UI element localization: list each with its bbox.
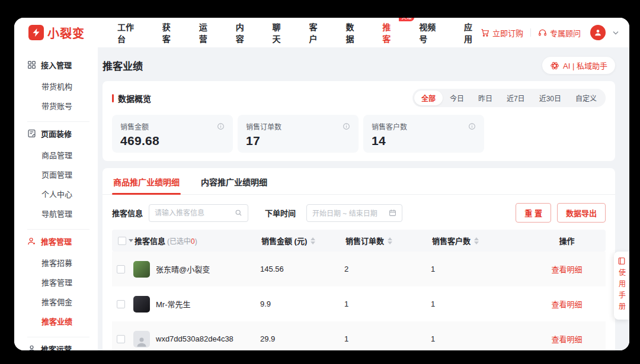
user-avatar[interactable]	[590, 25, 606, 40]
sidebar-group-decoration[interactable]: 页面装修	[27, 128, 98, 139]
col-customers[interactable]: 销售客户数	[432, 235, 529, 246]
date-tab-today[interactable]: 今日	[443, 91, 471, 105]
sidebar-group-label: 推客运营	[41, 343, 72, 350]
sort-customers-icon[interactable]	[474, 237, 479, 244]
sidebar-item-recruit[interactable]: 推客招募	[27, 253, 98, 272]
divider	[27, 337, 89, 337]
col-promoter: 推客信息	[135, 235, 165, 246]
sidebar-item-agency[interactable]: 带货机构	[27, 76, 98, 96]
date-range-placeholder: 开始日期 ~ 结束日期	[312, 208, 377, 218]
sidebar-group-promoter-ops[interactable]: 推客运营	[27, 343, 98, 350]
nav-promoter-label: 推客	[382, 22, 391, 44]
stat-sales-amount: 销售金额 469.68	[112, 115, 233, 153]
date-range-picker[interactable]: 开始日期 ~ 结束日期	[306, 204, 402, 222]
export-button[interactable]: 数据导出	[557, 203, 606, 223]
sidebar-group-label: 推客管理	[41, 236, 72, 247]
calendar-icon	[389, 209, 396, 217]
person-icon	[27, 344, 36, 350]
sidebar-item-pages[interactable]: 页面管理	[27, 165, 98, 184]
divider	[27, 121, 89, 122]
order-now-label: 立即订购	[492, 27, 523, 38]
stat-value: 469.68	[120, 134, 225, 148]
ai-assistant-button[interactable]: AI | 私域助手	[542, 57, 615, 74]
table-row: 张东晴@小裂变 145.56 2 1 查看明细	[112, 252, 606, 286]
promoter-search-field[interactable]	[155, 209, 226, 217]
col-amount[interactable]: 销售金额 (元)	[261, 235, 345, 246]
performance-detail-card: 商品推广业绩明细 内容推广业绩明细 推客信息 下单时间 开始日期 ~ 结束日期	[103, 168, 615, 350]
page-title: 推客业绩	[103, 58, 143, 73]
sidebar: 接入管理 带货机构 带货账号 页面装修 商品管理 页面管理 个人中心 导航管理 …	[14, 47, 98, 350]
sidebar-item-promoter-manage[interactable]: 推客管理	[27, 272, 98, 292]
brand-logo[interactable]: 小裂变	[28, 24, 98, 41]
sidebar-item-performance[interactable]: 推客业绩	[27, 311, 98, 331]
date-tab-30d[interactable]: 近30日	[532, 91, 568, 105]
section-title: 数据概览	[112, 92, 151, 104]
hot-badge: 火爆	[399, 18, 414, 21]
select-dropdown-caret[interactable]	[129, 239, 133, 242]
sidebar-group-access[interactable]: 接入管理	[27, 59, 98, 70]
sort-amount-icon[interactable]	[311, 237, 315, 244]
advisor-button[interactable]: 专属顾问	[538, 27, 581, 38]
promoter-search-input[interactable]	[149, 204, 248, 222]
sort-orders-icon[interactable]	[388, 237, 392, 244]
app-window: 小裂变 工作台 获客 运营 内容 聊天 客户 数据 推客 火爆 视频号 应用 立…	[14, 18, 629, 350]
promoter-name: Mr-常先生	[156, 298, 191, 310]
sales-amount: 9.9	[260, 299, 344, 308]
chevron-down-icon[interactable]	[613, 31, 619, 35]
order-count: 1	[344, 299, 431, 308]
table-header: 推客信息 (已选中0) 销售金额 (元) 销售订单数	[112, 230, 606, 252]
advisor-label: 专属顾问	[550, 27, 581, 38]
customer-count: 1	[431, 334, 528, 343]
performance-table: 推客信息 (已选中0) 销售金额 (元) 销售订单数	[103, 230, 615, 350]
view-detail-link[interactable]: 查看明细	[551, 333, 582, 344]
info-icon[interactable]	[343, 123, 350, 130]
sidebar-group-promoter-mgmt[interactable]: 推客管理	[27, 236, 98, 247]
sidebar-item-navigation[interactable]: 导航管理	[27, 204, 98, 223]
ai-swirl-icon	[550, 61, 559, 70]
tab-content-performance[interactable]: 内容推广业绩明细	[200, 168, 268, 194]
sidebar-item-account[interactable]: 带货账号	[27, 96, 98, 115]
table-row: Mr-常先生 9.9 1 1 查看明细	[112, 286, 606, 321]
sidebar-item-goods[interactable]: 商品管理	[27, 145, 98, 165]
sales-amount: 29.9	[260, 334, 344, 343]
section-title-label: 数据概览	[118, 92, 151, 104]
info-icon[interactable]	[468, 123, 476, 130]
lightning-logo-icon	[28, 25, 44, 40]
divider	[530, 28, 531, 37]
row-checkbox[interactable]	[117, 300, 125, 308]
avatar	[133, 261, 150, 278]
select-all-checkbox[interactable]	[118, 237, 126, 245]
row-checkbox[interactable]	[117, 335, 125, 343]
customer-count: 1	[431, 265, 528, 273]
sidebar-item-commission[interactable]: 推客佣金	[27, 292, 98, 311]
date-tab-7d[interactable]: 近7日	[500, 91, 532, 105]
promoter-person-icon	[27, 237, 36, 246]
top-navbar: 小裂变 工作台 获客 运营 内容 聊天 客户 数据 推客 火爆 视频号 应用 立…	[14, 18, 629, 47]
col-orders[interactable]: 销售订单数	[345, 235, 432, 246]
search-icon	[235, 209, 242, 217]
col-action: 操作	[529, 235, 604, 246]
view-detail-link[interactable]: 查看明细	[551, 298, 582, 310]
sidebar-item-personal[interactable]: 个人中心	[27, 184, 98, 204]
order-count: 1	[344, 334, 431, 343]
selected-count-note: (已选中0)	[167, 236, 197, 246]
row-checkbox[interactable]	[117, 265, 125, 273]
stat-value: 17	[246, 134, 350, 148]
date-range-tabs: 全部 今日 昨日 近7日 近30日 自定义	[412, 89, 606, 107]
grid-icon	[27, 60, 36, 69]
stat-order-count: 销售订单数 17	[238, 115, 359, 153]
date-tab-yesterday[interactable]: 昨日	[471, 91, 500, 105]
reset-button[interactable]: 重 置	[516, 203, 551, 223]
promoter-name: wxd7dd530a82de4c38	[156, 334, 233, 343]
order-now-button[interactable]: 立即订购	[481, 27, 523, 38]
tab-product-performance[interactable]: 商品推广业绩明细	[112, 168, 181, 194]
info-icon[interactable]	[217, 123, 225, 130]
date-tab-all[interactable]: 全部	[414, 91, 443, 105]
stat-value: 14	[372, 134, 476, 148]
data-overview-card: 数据概览 全部 今日 昨日 近7日 近30日 自定义 销售金额	[103, 81, 615, 161]
stat-label: 销售金额	[120, 121, 149, 131]
user-manual-tab[interactable]: 使用手册	[614, 252, 629, 320]
view-detail-link[interactable]: 查看明细	[551, 263, 582, 275]
main-content: 推客业绩 AI | 私域助手 数据概览 全部 今	[98, 47, 629, 350]
date-tab-custom[interactable]: 自定义	[568, 91, 604, 105]
